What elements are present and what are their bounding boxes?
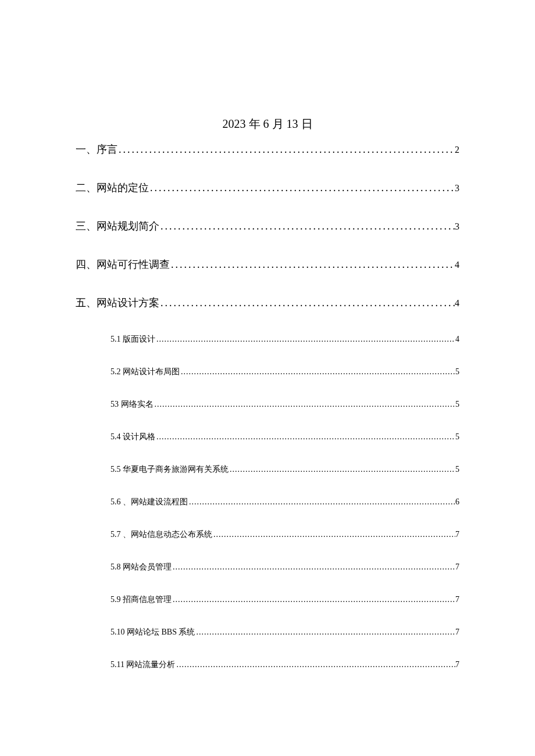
toc-entry: 5.10 网站论坛 BBS 系统........................… <box>110 627 459 637</box>
toc-entry-label: 二、网站的定位 <box>76 181 149 195</box>
toc-entry-page: 5 <box>455 400 459 409</box>
toc-entry: 5.6 、网站建设流程图............................… <box>110 497 459 507</box>
toc-entry-label: 四、网站可行性调查 <box>76 257 170 271</box>
toc-entry-label: 5.1 版面设计 <box>110 334 155 345</box>
table-of-contents: 一、序言....................................… <box>76 142 459 670</box>
toc-entry-label: 5.9 招商信息管理 <box>110 594 172 605</box>
toc-entry-page: 5 <box>455 465 459 474</box>
toc-entry-label: 一、序言 <box>76 142 117 156</box>
toc-leader-dots: ........................................… <box>175 660 455 669</box>
toc-entry: 五、网站设计方案................................… <box>76 296 459 310</box>
toc-entry: 5.7 、网站信息动态公布系统.........................… <box>110 529 459 540</box>
toc-entry: 一、序言....................................… <box>76 142 459 156</box>
toc-entry-page: 4 <box>455 298 459 309</box>
toc-entry-page: 6 <box>455 497 459 507</box>
toc-entry-label: 五、网站设计方案 <box>76 296 159 310</box>
toc-entry-label: 三、网站规划简介 <box>76 219 159 233</box>
toc-leader-dots: ........................................… <box>159 297 455 309</box>
toc-leader-dots: ........................................… <box>172 562 455 572</box>
toc-entry: 三、网站规划简介................................… <box>76 219 459 233</box>
toc-leader-dots: ........................................… <box>188 497 455 507</box>
toc-entry: 5.1 版面设计................................… <box>110 334 459 345</box>
toc-entry-page: 5 <box>455 432 459 442</box>
toc-leader-dots: ........................................… <box>155 432 455 442</box>
toc-entry-label: 5.8 网站会员管理 <box>110 562 172 572</box>
toc-leader-dots: ........................................… <box>155 335 455 344</box>
toc-entry: 5.4 设计风格................................… <box>110 432 459 442</box>
document-date: 2023 年 6 月 13 日 <box>76 116 459 132</box>
toc-leader-dots: ........................................… <box>229 465 455 474</box>
toc-entry-label: 5.4 设计风格 <box>110 432 155 442</box>
toc-leader-dots: ........................................… <box>159 220 455 232</box>
toc-entry-page: 7 <box>455 562 459 572</box>
toc-leader-dots: ........................................… <box>195 628 455 637</box>
toc-entry: 5.8 网站会员管理..............................… <box>110 562 459 572</box>
toc-entry-page: 3 <box>455 221 459 232</box>
toc-entry-label: 5.2 网站设计布局图 <box>110 367 180 377</box>
toc-leader-dots: ........................................… <box>149 182 455 194</box>
toc-entry-label: 5.10 网站论坛 BBS 系统 <box>110 627 195 637</box>
toc-entry-page: 4 <box>455 260 459 270</box>
toc-entry-label: 53 网络实名 <box>110 399 154 410</box>
toc-entry-label: 5.6 、网站建设流程图 <box>110 497 188 507</box>
toc-leader-dots: ........................................… <box>170 259 455 271</box>
toc-entry: 53 网络实名.................................… <box>110 399 459 410</box>
toc-leader-dots: ........................................… <box>172 595 455 604</box>
toc-entry-label: 5.7 、网站信息动态公布系统 <box>110 529 212 540</box>
toc-entry-label: 5.5 华夏电子商务旅游网有关系统 <box>110 464 229 475</box>
document-page: 2023 年 6 月 13 日 一、序言....................… <box>0 0 535 670</box>
toc-entry: 5.9 招商信息管理..............................… <box>110 594 459 605</box>
toc-entry: 5.2 网站设计布局图.............................… <box>110 367 459 377</box>
toc-entry-label: 5.11 网站流量分析 <box>110 660 175 670</box>
toc-entry-page: 7 <box>455 595 459 604</box>
toc-entry: 5.11 网站流量分析.............................… <box>110 660 459 670</box>
toc-leader-dots: ........................................… <box>180 367 455 377</box>
toc-leader-dots: ........................................… <box>154 400 456 409</box>
toc-entry-page: 7 <box>455 530 459 539</box>
toc-leader-dots: ........................................… <box>212 530 455 539</box>
toc-entry-page: 3 <box>455 183 459 194</box>
toc-entry: 二、网站的定位.................................… <box>76 181 459 195</box>
toc-entry-page: 5 <box>455 367 459 377</box>
toc-entry-page: 4 <box>455 335 459 344</box>
toc-entry: 5.5 华夏电子商务旅游网有关系统.......................… <box>110 464 459 475</box>
toc-entry: 四、网站可行性调查...............................… <box>76 257 459 271</box>
toc-entry-page: 2 <box>455 145 459 155</box>
toc-entry-page: 7 <box>455 660 459 669</box>
toc-leader-dots: ........................................… <box>117 144 455 156</box>
toc-entry-page: 7 <box>455 628 459 637</box>
